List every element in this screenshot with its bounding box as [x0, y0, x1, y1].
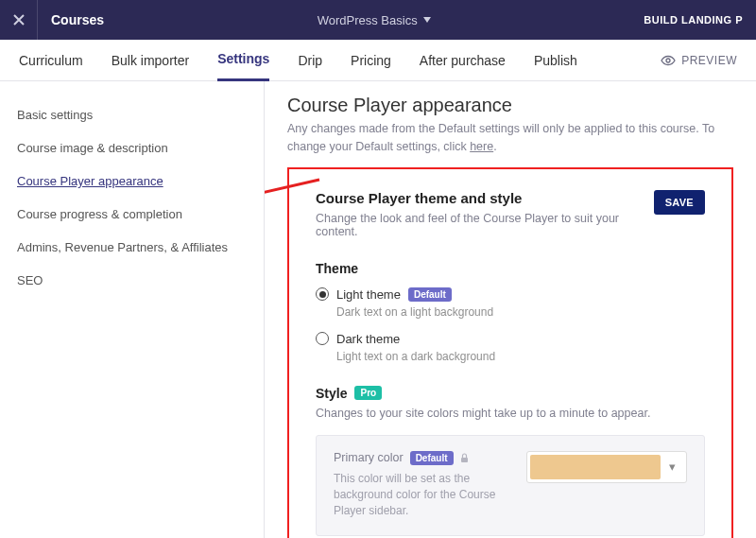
tabs-bar: Curriculum Bulk importer Settings Drip P…: [0, 40, 756, 81]
sidebar-item-admins[interactable]: Admins, Revenue Partners, & Affiliates: [17, 231, 247, 264]
tab-settings[interactable]: Settings: [217, 40, 269, 81]
page-title: Course Player appearance: [287, 95, 733, 116]
default-settings-link[interactable]: here: [470, 140, 493, 153]
highlighted-card: Course Player theme and style Change the…: [287, 167, 733, 539]
theme-dark-desc: Light text on a dark background: [336, 350, 705, 363]
card-title: Course Player theme and style: [316, 190, 654, 206]
theme-option-dark[interactable]: Dark theme: [316, 332, 705, 346]
main-panel: Course Player appearance Any changes mad…: [265, 81, 756, 538]
theme-option-light[interactable]: Light theme Default: [316, 287, 705, 302]
primary-color-row: Primary color Default This color will be…: [316, 435, 705, 536]
primary-color-label: Primary color Default: [334, 451, 507, 465]
card-subtitle: Change the look and feel of the Course P…: [316, 212, 654, 238]
eye-icon: [661, 55, 676, 66]
sidebar-item-seo[interactable]: SEO: [17, 264, 247, 297]
settings-sidebar: Basic settings Course image & descriptio…: [0, 81, 265, 538]
svg-rect-1: [461, 458, 468, 462]
course-switcher[interactable]: WordPress Basics: [117, 13, 630, 27]
primary-color-picker[interactable]: ▾: [526, 451, 687, 483]
theme-heading: Theme: [316, 261, 705, 276]
tab-drip[interactable]: Drip: [298, 40, 322, 81]
sidebar-item-player-appearance[interactable]: Course Player appearance: [17, 165, 247, 198]
color-swatch: [530, 455, 661, 479]
close-button[interactable]: [0, 0, 38, 40]
chevron-down-icon: ▾: [661, 460, 683, 474]
svg-point-0: [666, 59, 670, 62]
tab-pricing[interactable]: Pricing: [351, 40, 391, 81]
course-name: WordPress Basics: [318, 13, 418, 27]
sidebar-item-progress[interactable]: Course progress & completion: [17, 198, 247, 231]
tab-publish[interactable]: Publish: [534, 40, 577, 81]
radio-label: Light theme: [336, 287, 401, 302]
tab-after-purchase[interactable]: After purchase: [420, 40, 506, 81]
sidebar-item-image-desc[interactable]: Course image & description: [17, 131, 247, 165]
preview-label: PREVIEW: [681, 54, 737, 67]
default-badge: Default: [408, 287, 452, 302]
pro-badge: Pro: [354, 386, 382, 400]
tab-bulk-importer[interactable]: Bulk importer: [112, 40, 189, 81]
chevron-down-icon: [423, 17, 431, 23]
style-heading: Style Pro: [316, 386, 705, 401]
preview-button[interactable]: PREVIEW: [661, 54, 737, 67]
radio-icon: [316, 287, 329, 301]
save-button[interactable]: SAVE: [654, 190, 705, 215]
sidebar-item-basic[interactable]: Basic settings: [17, 98, 247, 131]
page-subtitle: Any changes made from the Default settin…: [287, 120, 733, 156]
theme-light-desc: Dark text on a light background: [336, 305, 705, 319]
primary-color-desc: This color will be set as the background…: [334, 471, 507, 520]
radio-label: Dark theme: [336, 332, 400, 346]
lock-icon: [460, 453, 469, 463]
tab-curriculum[interactable]: Curriculum: [19, 40, 83, 81]
app-title: Courses: [38, 12, 117, 27]
style-subtext: Changes to your site colors might take u…: [316, 407, 705, 420]
default-badge: Default: [410, 451, 454, 465]
build-landing-button[interactable]: BUILD LANDING P: [630, 14, 756, 26]
radio-icon: [316, 332, 329, 345]
